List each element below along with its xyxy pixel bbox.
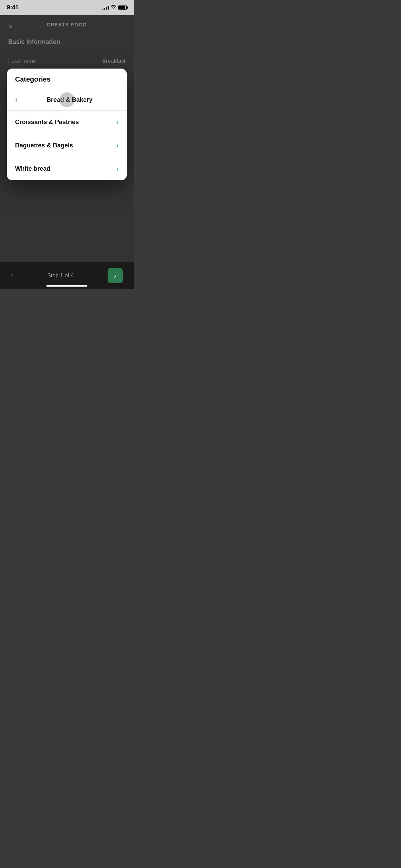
item-label: Croissants & Pastries (15, 119, 79, 126)
wifi-icon (111, 5, 116, 10)
food-name-label: Food name (8, 58, 36, 64)
step-indicator: Step 1 of 4 (47, 273, 74, 279)
item-chevron-icon: › (116, 142, 119, 149)
touch-ripple (59, 92, 74, 107)
home-indicator (46, 285, 87, 287)
close-icon[interactable]: × (8, 22, 13, 31)
signal-bars-icon (102, 5, 109, 10)
bg-header: × CREATE FOOD (0, 15, 134, 33)
next-chevron-icon: › (114, 272, 117, 280)
food-name-value: Breakfast (102, 58, 125, 64)
item-label: Baguettes & Bagels (15, 142, 73, 149)
modal-header: Categories (7, 69, 127, 89)
item-chevron-icon: › (116, 165, 119, 173)
battery-icon (118, 5, 127, 10)
status-icons (102, 5, 127, 10)
categories-modal: Categories ‹ Bread & Bakery Croissants &… (7, 69, 127, 180)
list-item[interactable]: White bread › (7, 157, 127, 180)
modal-subheader: ‹ Bread & Bakery (7, 89, 127, 111)
status-time: 9:41 (7, 4, 19, 11)
next-nav-button[interactable]: › (108, 268, 123, 283)
item-chevron-icon: › (116, 118, 119, 126)
food-name-field[interactable]: Food name Breakfast (8, 52, 125, 70)
modal-title: Categories (15, 75, 50, 83)
modal-back-button[interactable]: ‹ (15, 95, 17, 104)
page-title: CREATE FOOD (47, 22, 87, 27)
item-label: White bread (15, 165, 50, 172)
status-bar: 9:41 (0, 0, 134, 15)
back-nav-button[interactable]: ‹ (11, 271, 13, 280)
section-title: Basic Information (8, 38, 125, 46)
list-item[interactable]: Croissants & Pastries › (7, 111, 127, 134)
list-item[interactable]: Baguettes & Bagels › (7, 134, 127, 157)
